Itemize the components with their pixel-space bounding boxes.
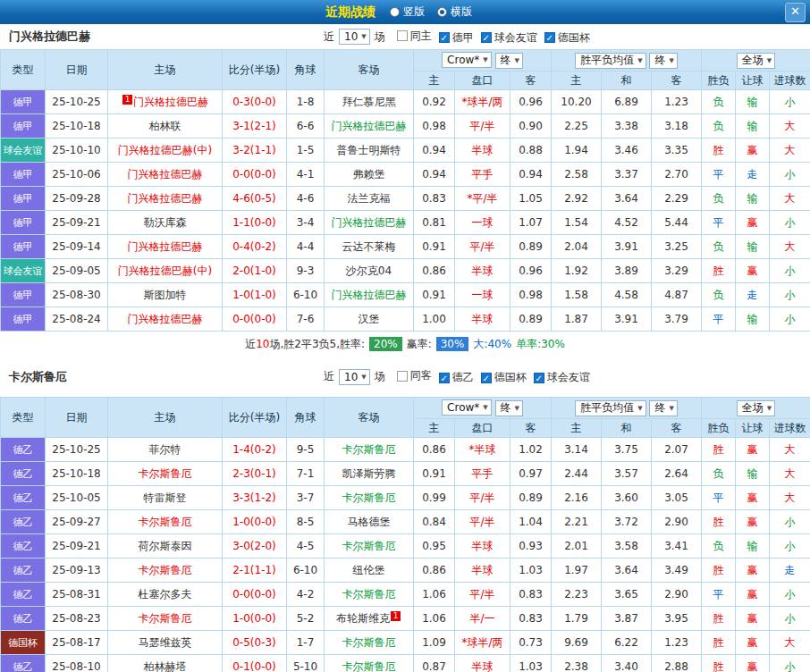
match-count-select[interactable]: 10 ▼ <box>339 29 370 45</box>
final-odds-select[interactable]: 终▼ <box>495 400 523 416</box>
corners-cell: 7-1 <box>287 462 325 486</box>
avg-draw-odds-cell: 3.64 <box>602 187 652 211</box>
match-date-cell: 25-08-17 <box>46 631 108 655</box>
league-type-cell: 德乙 <box>1 583 46 607</box>
asian-home-odds-cell: 0.86 <box>414 438 455 462</box>
score-cell: 1-4(0-2) <box>223 438 287 462</box>
avg-draw-odds-cell: 3.58 <box>602 534 652 559</box>
checkbox-box[interactable]: ✓ <box>481 373 492 383</box>
checkbox-box[interactable]: ✓ <box>544 32 555 43</box>
red-card-badge: 1 <box>391 611 401 621</box>
layout-radio-vertical[interactable]: 竖版 <box>390 4 425 20</box>
asian-home-odds-cell: 0.92 <box>414 90 455 114</box>
filter-checkbox[interactable]: ✓德甲 <box>439 30 474 46</box>
asian-odds-header-group: Crow*▼ 终▼ <box>414 50 552 71</box>
home-team-cell: 勒沃库森 <box>108 211 223 235</box>
checkbox-box[interactable]: ✓ <box>534 373 544 383</box>
checkbox-box[interactable]: ✓ <box>481 32 492 43</box>
avg-away-odds-cell: 2.90 <box>652 510 702 534</box>
col-header-score: 比分(半场) <box>223 398 287 438</box>
final-odds-select[interactable]: 终▼ <box>649 53 677 69</box>
avg-away-odds-cell: 3.35 <box>652 139 702 163</box>
away-team-cell: 卡尔斯鲁厄 <box>325 583 414 607</box>
handicap-cell: *平/半 <box>455 187 510 211</box>
team-name: 沙尔克04 <box>346 265 392 277</box>
filter-checkbox[interactable]: ✓球会友谊 <box>481 30 537 46</box>
team-name: 云达不莱梅 <box>342 240 396 253</box>
avg-home-odds-cell: 1.92 <box>552 259 602 283</box>
away-team-cell: 卡尔斯鲁厄 <box>325 655 414 672</box>
sub-header: 让球 <box>736 419 770 438</box>
away-team-cell: 卡尔斯鲁厄 <box>325 631 414 655</box>
avg-odds-select[interactable]: 胜平负均值▼ <box>575 53 645 69</box>
score-cell: 2-0(1-0) <box>223 259 287 283</box>
filter-checkbox[interactable]: ✓球会友谊 <box>534 370 590 385</box>
sub-header: 胜负 <box>702 419 736 438</box>
col-header-away: 客场 <box>325 398 414 438</box>
result-goals-cell: 小 <box>770 583 810 607</box>
result-handicap-cell: 赢 <box>736 510 770 534</box>
team-name: 门兴格拉德巴赫 <box>128 192 203 205</box>
handicap-cell: 半球 <box>455 259 510 283</box>
radio-selected-icon[interactable] <box>437 7 447 17</box>
score-cell: 3-2(1-1) <box>223 139 287 163</box>
fullmatch-select[interactable]: 全场▼ <box>737 400 775 416</box>
avg-draw-odds-cell: 6.89 <box>602 90 652 114</box>
avg-away-odds-cell: 3.18 <box>652 114 702 139</box>
final-odds-select[interactable]: 终▼ <box>649 400 677 416</box>
fullmatch-select[interactable]: 全场▼ <box>737 53 775 69</box>
filter-checkbox[interactable]: ✓德国杯 <box>481 370 527 385</box>
home-team-name: 门兴格拉德巴赫 <box>9 29 304 45</box>
summary-bar: 近10场,胜2平3负5,胜率: 20% 赢率: 30% 大:40% 单率:30% <box>0 332 810 357</box>
close-button[interactable]: ✕ <box>785 3 806 22</box>
filter-checkbox[interactable]: 同主 <box>397 29 432 44</box>
checkbox-box[interactable]: ✓ <box>439 373 450 383</box>
filter-checkbox[interactable]: ✓德国杯 <box>544 30 590 46</box>
avg-draw-odds-cell: 3.75 <box>602 438 652 462</box>
result-handicap-cell: 输 <box>736 462 770 486</box>
team-name: 勒沃库森 <box>144 216 187 229</box>
asian-away-odds-cell: 0.88 <box>510 139 552 163</box>
fullmatch-value: 全场 <box>742 400 764 416</box>
odds-source-select[interactable]: Crow*▼ <box>442 52 492 68</box>
team-name: 拜仁慕尼黑 <box>342 96 396 108</box>
handicap-cell: 半球 <box>455 307 510 332</box>
league-type-cell: 德乙 <box>1 438 46 462</box>
checkbox-box[interactable] <box>397 30 408 41</box>
checkbox-box[interactable] <box>397 371 408 382</box>
home-team-cell: 特雷斯登 <box>108 486 223 510</box>
corners-cell: 5-2 <box>287 607 325 631</box>
checkbox-box[interactable]: ✓ <box>439 32 450 43</box>
home-team-cell: 卡尔斯鲁厄 <box>108 607 223 631</box>
odds-source-select[interactable]: Crow*▼ <box>442 399 492 416</box>
match-row: 德甲25-09-14门兴格拉德巴赫0-4(0-2)4-4云达不莱梅0.91平/半… <box>1 235 810 259</box>
final-odds-select[interactable]: 终▼ <box>495 53 523 69</box>
filter-checkbox[interactable]: 同客 <box>397 368 432 383</box>
team-name: 门兴格拉德巴赫 <box>133 96 208 108</box>
handicap-cell: 半球 <box>455 655 510 672</box>
result-outcome-cell: 胜 <box>702 510 736 534</box>
team-name: 卡尔斯鲁厄 <box>139 467 192 480</box>
match-date-cell: 25-08-30 <box>46 283 108 307</box>
avg-home-odds-cell: 1.58 <box>552 283 602 307</box>
corners-cell: 3-7 <box>287 486 325 510</box>
match-count-select[interactable]: 10 ▼ <box>339 369 370 385</box>
away-team-cell: 拜仁慕尼黑 <box>325 90 414 114</box>
match-row: 德甲25-10-18柏林联3-1(2-1)6-6门兴格拉德巴赫0.98平/半0.… <box>1 114 810 139</box>
home-team-cell: 门兴格拉德巴赫 <box>108 307 223 332</box>
radio-icon[interactable] <box>390 7 400 17</box>
home-team-cell: 门兴格拉德巴赫 <box>108 163 223 187</box>
avg-home-odds-cell: 2.25 <box>552 114 602 139</box>
asian-home-odds-cell: 0.95 <box>414 534 455 559</box>
avg-draw-odds-cell: 4.58 <box>602 283 652 307</box>
section-away-team-bar: 卡尔斯鲁厄 近 10 ▼ 场 同客✓德乙✓德国杯✓球会友谊 <box>0 357 810 397</box>
match-count-value: 10 <box>344 371 358 383</box>
avg-odds-select[interactable]: 胜平负均值▼ <box>575 400 645 416</box>
match-row: 德甲25-08-30斯图加特1-0(1-0)6-10门兴格拉德巴赫0.91一球0… <box>1 283 810 307</box>
result-outcome-cell: 负 <box>702 187 736 211</box>
filter-checkbox[interactable]: ✓德乙 <box>439 370 474 385</box>
layout-radio-horizontal[interactable]: 横版 <box>437 4 472 20</box>
match-date-cell: 25-09-05 <box>46 259 108 283</box>
sub-header: 和 <box>602 71 652 90</box>
asian-away-odds-cell: 1.05 <box>510 187 552 211</box>
